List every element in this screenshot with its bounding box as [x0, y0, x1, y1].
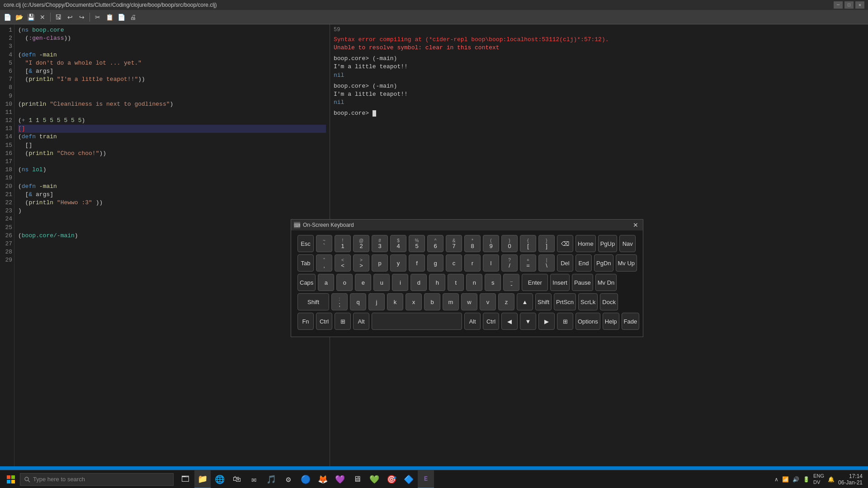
key-i[interactable]: i [392, 274, 408, 291]
key-backspace[interactable]: ⌫ [557, 235, 573, 252]
key-equals[interactable]: += [520, 254, 536, 272]
app3-button[interactable]: 💜 [332, 470, 348, 488]
key-7[interactable]: &7 [446, 235, 462, 252]
store-button[interactable]: 🛍 [229, 470, 245, 488]
cut-button[interactable]: ✂ [92, 12, 103, 23]
app2-button[interactable]: 🦊 [315, 470, 331, 488]
key-pgup[interactable]: PgUp [598, 235, 618, 252]
key-2[interactable]: @2 [353, 235, 369, 252]
key-gt[interactable]: >> [353, 254, 369, 272]
key-shift-left[interactable]: Shift [297, 293, 329, 310]
key-shift-right[interactable]: Shift [535, 293, 552, 310]
key-arrow-up[interactable]: ▲ [517, 293, 533, 310]
key-v[interactable]: v [480, 293, 496, 310]
key-ctrl-left[interactable]: Ctrl [316, 313, 332, 330]
key-end[interactable]: End [576, 254, 592, 272]
key-q[interactable]: q [350, 293, 366, 310]
key-rbracket[interactable]: }] [538, 235, 555, 252]
key-s[interactable]: s [485, 274, 501, 291]
app7-button[interactable]: 🔷 [401, 470, 417, 488]
key-caps[interactable]: Caps [297, 274, 316, 291]
code-editor[interactable]: (ns boop.core (:gen-class)) (defn -main … [14, 24, 330, 466]
emacs-button[interactable]: E [418, 470, 434, 488]
key-5[interactable]: %5 [409, 235, 425, 252]
key-options[interactable]: Options [576, 313, 600, 330]
copy-button[interactable]: 📋 [104, 12, 115, 23]
music-button[interactable]: 🎵 [263, 470, 279, 488]
key-arrow-right[interactable]: ▶ [538, 313, 555, 330]
osk-close-button[interactable]: ✕ [631, 221, 640, 230]
key-space[interactable] [372, 313, 462, 330]
key-e[interactable]: e [355, 274, 371, 291]
key-3[interactable]: #3 [372, 235, 388, 252]
close-button[interactable]: ✕ [855, 1, 864, 9]
key-p[interactable]: p [372, 254, 388, 272]
app5-button[interactable]: 💚 [366, 470, 382, 488]
key-y[interactable]: y [390, 254, 406, 272]
paste-button[interactable]: 📄 [116, 12, 127, 23]
key-t[interactable]: t [448, 274, 464, 291]
key-0[interactable]: )0 [501, 235, 518, 252]
key-w[interactable]: w [461, 293, 477, 310]
key-o[interactable]: o [336, 274, 353, 291]
key-h[interactable]: h [429, 274, 445, 291]
open-button[interactable]: 📂 [14, 12, 24, 23]
key-lt[interactable]: << [335, 254, 351, 272]
key-help[interactable]: Help [603, 313, 619, 330]
key-g[interactable]: g [427, 254, 443, 272]
key-backtick[interactable]: ~` [316, 235, 332, 252]
maximize-button[interactable]: □ [844, 1, 854, 9]
key-a[interactable]: a [318, 274, 334, 291]
key-scrlk[interactable]: ScrLk [578, 293, 598, 310]
key-j[interactable]: j [368, 293, 385, 310]
minimize-button[interactable]: ─ [834, 1, 843, 9]
key-9[interactable]: (9 [483, 235, 499, 252]
new-file-button[interactable]: 📄 [2, 12, 13, 23]
key-fn[interactable]: Fn [297, 313, 314, 330]
key-f[interactable]: f [409, 254, 425, 272]
key-pgdn[interactable]: PgDn [594, 254, 613, 272]
print-button[interactable]: 🖨 [127, 12, 138, 23]
key-4[interactable]: $4 [390, 235, 406, 252]
key-z[interactable]: z [498, 293, 514, 310]
key-arrow-down[interactable]: ▼ [520, 313, 536, 330]
edge-browser-button[interactable]: 🌐 [212, 470, 228, 488]
key-mv-dn[interactable]: Mv Dn [595, 274, 617, 291]
settings-button[interactable]: ⚙ [280, 470, 297, 488]
app1-button[interactable]: 🔵 [297, 470, 314, 488]
key-6[interactable]: ^6 [427, 235, 443, 252]
key-pause[interactable]: Pause [572, 274, 593, 291]
file-explorer-button[interactable]: 📁 [194, 470, 211, 488]
app4-button[interactable]: 🖥 [349, 470, 365, 488]
key-tab[interactable]: Tab [297, 254, 314, 272]
key-semicolon[interactable]: :; [331, 293, 348, 310]
key-mv-up[interactable]: Mv Up [616, 254, 637, 272]
key-enter[interactable]: Enter [522, 274, 548, 291]
key-win-right[interactable]: ⊞ [557, 313, 573, 330]
search-bar[interactable]: Type here to search [20, 473, 174, 486]
key-comma-special[interactable]: ", [316, 254, 332, 272]
key-1[interactable]: !1 [335, 235, 351, 252]
start-button[interactable] [2, 470, 20, 488]
key-slash[interactable]: ?/ [501, 254, 518, 272]
key-dock[interactable]: Dock [600, 293, 618, 310]
editor-pane[interactable]: 12345 678910 1112131415 1617181920 21222… [0, 24, 330, 466]
key-ctrl-right[interactable]: Ctrl [483, 313, 499, 330]
key-nav[interactable]: Nav [619, 235, 636, 252]
key-alt-left[interactable]: Alt [353, 313, 369, 330]
key-win-left[interactable]: ⊞ [335, 313, 351, 330]
key-b[interactable]: b [424, 293, 440, 310]
key-l[interactable]: l [483, 254, 499, 272]
key-8[interactable]: *8 [464, 235, 481, 252]
key-home[interactable]: Home [576, 235, 596, 252]
tray-up-arrow[interactable]: ∧ [774, 476, 778, 483]
key-fade[interactable]: Fade [622, 313, 640, 330]
key-esc[interactable]: Esc [297, 235, 314, 252]
app6-button[interactable]: 🎯 [383, 470, 400, 488]
save-all-button[interactable]: 🖫 [53, 12, 64, 23]
key-del[interactable]: Del [557, 254, 573, 272]
task-view-button[interactable]: 🗔 [177, 470, 193, 488]
key-k[interactable]: k [387, 293, 403, 310]
undo-button[interactable]: ↩ [65, 12, 75, 23]
key-lbracket[interactable]: {[ [520, 235, 536, 252]
